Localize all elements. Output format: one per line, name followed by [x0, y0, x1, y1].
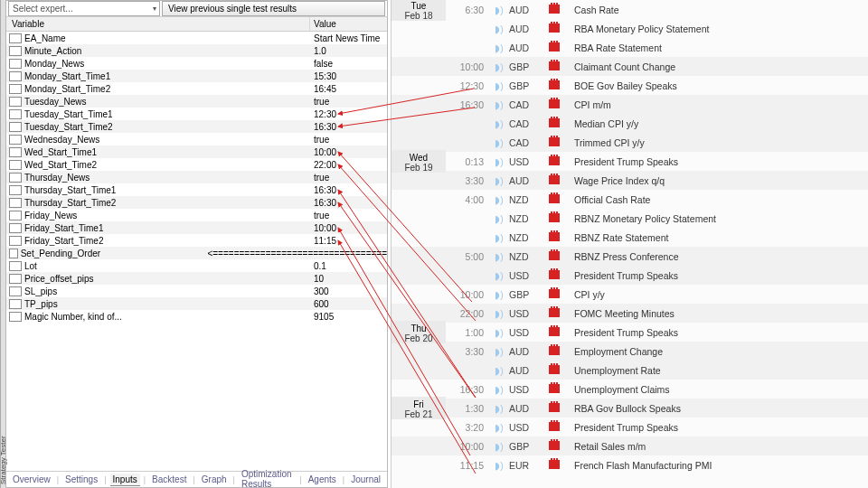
var-value[interactable]: 16:30: [310, 198, 387, 208]
calendar-row[interactable]: 11:15◗)EURFrench Flash Manufacturing PMI: [392, 455, 868, 474]
checkbox[interactable]: [9, 173, 22, 183]
calendar-row[interactable]: ◗)CADMedian CPI y/y: [392, 114, 868, 133]
var-value[interactable]: 11:15: [310, 236, 387, 246]
var-value[interactable]: Start News Time: [310, 33, 387, 43]
calendar-row[interactable]: 10:00◗)GBPCPI y/y: [392, 285, 868, 304]
calendar-row[interactable]: TueFeb 186:30◗)AUDCash Rate: [392, 0, 868, 19]
variable-row[interactable]: Tuesday_Start_Time216:30: [6, 120, 387, 133]
checkbox[interactable]: [9, 122, 22, 132]
select-expert-dropdown[interactable]: Select expert...: [8, 1, 160, 16]
variable-row[interactable]: Friday_Start_Time110:00: [6, 221, 387, 234]
sound-icon[interactable]: ◗): [489, 346, 509, 357]
calendar-row[interactable]: WedFeb 190:13◗)USDPresident Trump Speaks: [392, 152, 868, 171]
calendar-row[interactable]: FriFeb 211:30◗)AUDRBA Gov Bullock Speaks: [392, 399, 868, 418]
tab-optimization-results[interactable]: Optimization Results: [239, 468, 296, 488]
var-value[interactable]: 22:00: [310, 160, 387, 170]
var-value[interactable]: 10: [310, 274, 387, 284]
checkbox[interactable]: [9, 135, 22, 145]
variable-row[interactable]: Price_offset_pips10: [6, 272, 387, 285]
tab-inputs[interactable]: Inputs: [110, 474, 140, 486]
variable-row[interactable]: Monday_Start_Time216:45: [6, 82, 387, 95]
sound-icon[interactable]: ◗): [489, 251, 509, 262]
checkbox[interactable]: [9, 71, 22, 81]
calendar-row[interactable]: 4:00◗)NZDOfficial Cash Rate: [392, 190, 868, 209]
variable-row[interactable]: Monday_Start_Time115:30: [6, 70, 387, 82]
sound-icon[interactable]: ◗): [489, 327, 509, 338]
sound-icon[interactable]: ◗): [489, 137, 509, 148]
calendar-row[interactable]: ◗)USDPresident Trump Speaks: [392, 266, 868, 285]
var-value[interactable]: 600: [310, 299, 387, 309]
var-value[interactable]: 0.1: [310, 261, 387, 271]
variable-row[interactable]: Wed_Start_Time110:00: [6, 145, 387, 158]
tab-graph[interactable]: Graph: [199, 474, 230, 486]
sound-icon[interactable]: ◗): [489, 422, 509, 433]
variable-row[interactable]: Magic Number, kind of...9105: [6, 310, 387, 323]
checkbox[interactable]: [9, 211, 22, 221]
sound-icon[interactable]: ◗): [489, 441, 509, 452]
checkbox[interactable]: [9, 84, 22, 94]
variable-row[interactable]: Thursday_Start_Time216:30: [6, 196, 387, 209]
checkbox[interactable]: [9, 97, 22, 107]
header-variable[interactable]: Variable: [6, 17, 310, 31]
sound-icon[interactable]: ◗): [489, 232, 509, 243]
checkbox[interactable]: [9, 198, 22, 208]
sound-icon[interactable]: ◗): [489, 384, 509, 395]
calendar-row[interactable]: ◗)NZDRBNZ Monetary Policy Statement: [392, 209, 868, 228]
checkbox[interactable]: [9, 147, 22, 157]
calendar-row[interactable]: 3:30◗)AUDEmployment Change: [392, 342, 868, 361]
var-value[interactable]: 16:45: [310, 84, 387, 94]
variable-row[interactable]: TP_pips600: [6, 297, 387, 310]
calendar-row[interactable]: 5:00◗)NZDRBNZ Press Conference: [392, 247, 868, 266]
calendar-row[interactable]: 12:30◗)GBPBOE Gov Bailey Speaks: [392, 76, 868, 95]
checkbox[interactable]: [9, 236, 22, 246]
calendar-row[interactable]: 3:30◗)AUDWage Price Index q/q: [392, 171, 868, 190]
checkbox[interactable]: [9, 249, 18, 258]
calendar-row[interactable]: ◗)AUDRBA Monetary Policy Statement: [392, 19, 868, 38]
sound-icon[interactable]: ◗): [489, 308, 509, 319]
var-value[interactable]: 16:30: [310, 185, 387, 195]
calendar-row[interactable]: ◗)AUDUnemployment Rate: [392, 361, 868, 380]
var-value[interactable]: <=================================: [203, 249, 387, 258]
checkbox[interactable]: [9, 46, 22, 56]
calendar-row[interactable]: 10:00◗)GBPRetail Sales m/m: [392, 436, 868, 455]
variable-row[interactable]: Tuesday_Newstrue: [6, 95, 387, 108]
sound-icon[interactable]: ◗): [489, 289, 509, 300]
variable-row[interactable]: Wednesday_Newstrue: [6, 133, 387, 145]
checkbox[interactable]: [9, 286, 22, 296]
var-value[interactable]: false: [310, 59, 387, 69]
sound-icon[interactable]: ◗): [489, 23, 509, 34]
checkbox[interactable]: [9, 59, 22, 69]
checkbox[interactable]: [9, 223, 22, 233]
tab-agents[interactable]: Agents: [306, 474, 339, 486]
tab-settings[interactable]: Settings: [62, 474, 100, 486]
sound-icon[interactable]: ◗): [489, 118, 509, 129]
variable-row[interactable]: Lot0.1: [6, 259, 387, 272]
sound-icon[interactable]: ◗): [489, 194, 509, 205]
variable-row[interactable]: Friday_Newstrue: [6, 209, 387, 221]
sound-icon[interactable]: ◗): [489, 175, 509, 186]
header-value[interactable]: Value: [310, 17, 387, 31]
calendar-row[interactable]: ThuFeb 201:00◗)USDPresident Trump Speaks: [392, 323, 868, 342]
variable-row[interactable]: Monday_Newsfalse: [6, 57, 387, 70]
checkbox[interactable]: [9, 185, 22, 195]
var-value[interactable]: true: [310, 173, 387, 183]
sound-icon[interactable]: ◗): [489, 80, 509, 91]
calendar-row[interactable]: ◗)NZDRBNZ Rate Statement: [392, 228, 868, 247]
var-value[interactable]: 16:30: [310, 122, 387, 132]
variable-row[interactable]: Thursday_Start_Time116:30: [6, 183, 387, 196]
var-value[interactable]: 10:00: [310, 147, 387, 157]
variable-row[interactable]: Tuesday_Start_Time112:30: [6, 108, 387, 120]
checkbox[interactable]: [9, 274, 22, 284]
var-value[interactable]: 1.0: [310, 46, 387, 56]
calendar-row[interactable]: 16:30◗)CADCPI m/m: [392, 95, 868, 114]
var-value[interactable]: true: [310, 135, 387, 145]
variable-row[interactable]: EA_NameStart News Time: [6, 32, 387, 44]
sound-icon[interactable]: ◗): [489, 270, 509, 281]
checkbox[interactable]: [9, 109, 22, 119]
var-value[interactable]: 15:30: [310, 71, 387, 81]
variable-row[interactable]: SL_pips300: [6, 285, 387, 297]
var-value[interactable]: 10:00: [310, 223, 387, 233]
sound-icon[interactable]: ◗): [489, 365, 509, 376]
calendar-row[interactable]: 3:20◗)USDPresident Trump Speaks: [392, 418, 868, 436]
var-value[interactable]: true: [310, 97, 387, 107]
